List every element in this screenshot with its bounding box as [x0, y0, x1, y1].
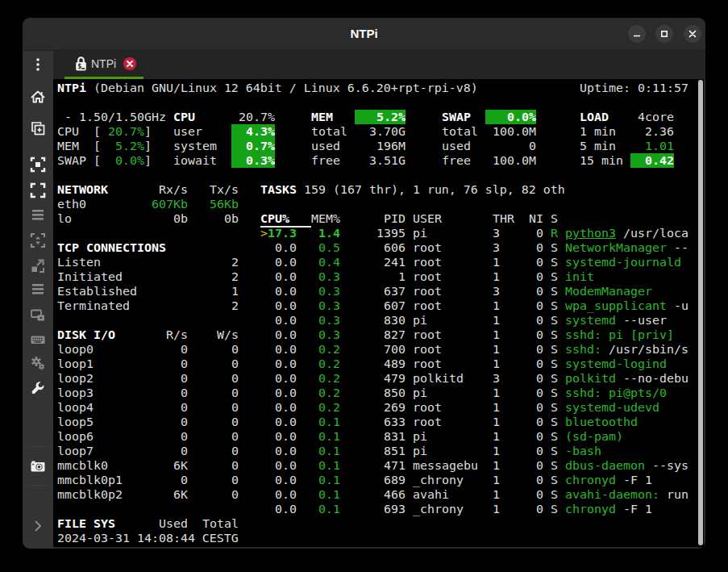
toolbar-separator: [27, 485, 48, 486]
terminal-text: sshd:: [565, 342, 601, 357]
terminal-text: FILE SYS: [57, 516, 115, 531]
terminal-text: CPU: [173, 110, 195, 124]
tools-wrench-button[interactable]: [30, 381, 46, 397]
tab-pages-button[interactable]: [30, 207, 46, 223]
terminal-text: 0.42: [630, 153, 674, 168]
terminal-text: 15 min: [580, 153, 623, 168]
terminal-screen[interactable]: NTPi(Debian GNU/Linux 12 64bit / Linux 6…: [53, 79, 704, 547]
terminal-text: 3: [493, 371, 500, 386]
close-button[interactable]: [684, 25, 701, 43]
terminal-text: chronyd: [565, 502, 616, 516]
terminal-text: -u: [674, 299, 688, 313]
terminal-text: 0.1: [318, 429, 340, 444]
terminal-text: S: [551, 429, 558, 444]
terminal-text: ]: [144, 153, 152, 168]
terminal-text: 241: [384, 255, 406, 269]
terminal-text: avahi: [413, 487, 449, 502]
menu-lines-button[interactable]: [30, 281, 46, 297]
tab-label: NTPi: [91, 51, 116, 77]
fullscreen-button[interactable]: [30, 182, 46, 198]
fit-window-button[interactable]: [30, 157, 46, 173]
terminal-text: 0: [181, 444, 188, 458]
terminal-text: 0: [231, 357, 239, 371]
terminal-text: loop5: [57, 415, 94, 429]
terminal-text: total: [442, 124, 478, 139]
window-titlebar[interactable]: NTPi: [23, 18, 705, 51]
kebab-menu-button[interactable]: [30, 56, 46, 73]
dynamic-resolution-button[interactable]: [30, 232, 46, 248]
terminal-text: free: [311, 153, 340, 168]
collapse-chevron-button[interactable]: [30, 518, 46, 534]
terminal-text: 1: [493, 299, 500, 313]
terminal-text: 0: [181, 342, 188, 357]
keyboard-grab-button[interactable]: [30, 332, 46, 348]
terminal-text: (sd-pam): [565, 429, 623, 444]
home-icon: [30, 89, 46, 105]
terminal-text: 0.3: [318, 269, 340, 284]
terminal-text: 1: [493, 313, 500, 328]
terminal-text: 1: [493, 269, 500, 284]
terminal-text: [: [94, 139, 101, 153]
terminal-text: 0.0: [275, 415, 297, 429]
terminal-text: 0: [231, 342, 239, 357]
terminal-text: 0: [181, 371, 188, 386]
terminal-text: LOAD: [580, 110, 609, 124]
terminal-text: 0.0: [275, 284, 297, 299]
minimize-button[interactable]: [628, 25, 646, 43]
terminal-text: --sys: [652, 458, 688, 473]
terminal-text: Uptime: 0:11:57: [580, 81, 688, 95]
terminal-text: 0: [231, 415, 239, 429]
duplicate-connection-button[interactable]: [30, 120, 46, 136]
terminal-text: 0.0: [275, 357, 297, 371]
terminal-text: polkitd: [413, 371, 464, 386]
terminal-text: 0: [181, 429, 188, 444]
terminal-text: wpa_supplicant: [565, 299, 667, 313]
terminal-text: avahi-daemon:: [565, 487, 659, 502]
terminal-text: user: [173, 124, 202, 139]
tab-bar: $ NTPi: [53, 51, 705, 79]
remmina-toolbar: [23, 51, 53, 549]
terminal-text: 0: [536, 487, 543, 502]
tab-close-icon: [127, 61, 133, 67]
terminal-text: 56Kb: [210, 197, 239, 211]
terminal-text: mmcblk0p2: [57, 487, 123, 502]
terminal-text: 3: [493, 240, 500, 255]
terminal-text: 0.0: [275, 371, 297, 386]
terminal-text: 0: [536, 444, 543, 458]
terminal-text: DISK I/O: [57, 328, 115, 342]
terminal-text: 0: [536, 386, 543, 400]
terminal-text: 1: [493, 502, 500, 516]
terminal-text: loop1: [57, 357, 94, 371]
terminal-text: S: [551, 400, 558, 415]
dynamic-resolution-icon: [30, 232, 46, 248]
terminal-scrollbar[interactable]: [698, 80, 703, 545]
terminal-text: 17.3: [268, 226, 297, 240]
terminal-text: NTPi: [57, 81, 86, 95]
preferences-gears-button[interactable]: [30, 355, 46, 371]
terminal-text: root: [413, 328, 442, 342]
terminal-text: systemd-logind: [565, 357, 667, 371]
minimize-icon: [632, 29, 642, 39]
terminal-text: 0.1: [318, 473, 340, 487]
terminal-text: 1: [493, 342, 500, 357]
multi-monitor-button[interactable]: [30, 307, 46, 324]
maximize-button[interactable]: [655, 25, 673, 43]
terminal-text: 0: [536, 458, 543, 473]
terminal-text: S: [551, 386, 558, 400]
scaled-mode-button[interactable]: [30, 258, 46, 274]
terminal-text: 20.7%: [239, 110, 275, 124]
terminal-text: 0.0: [275, 313, 297, 328]
terminal-text: pi: [413, 386, 427, 400]
terminal-text: S: [551, 371, 558, 386]
terminal-text: 0: [181, 400, 188, 415]
tab-ntpi[interactable]: $ NTPi: [64, 51, 144, 79]
tab-close-button[interactable]: [123, 57, 136, 70]
terminal-text: 0.0: [275, 386, 297, 400]
terminal-text: root: [413, 400, 442, 415]
terminal-text: used: [442, 139, 471, 153]
terminal-text: pi: [413, 313, 427, 328]
terminal-text: 3: [493, 226, 500, 240]
screenshot-camera-button[interactable]: [30, 458, 46, 474]
home-button[interactable]: [30, 89, 46, 105]
terminal-text: 0: [536, 284, 543, 299]
